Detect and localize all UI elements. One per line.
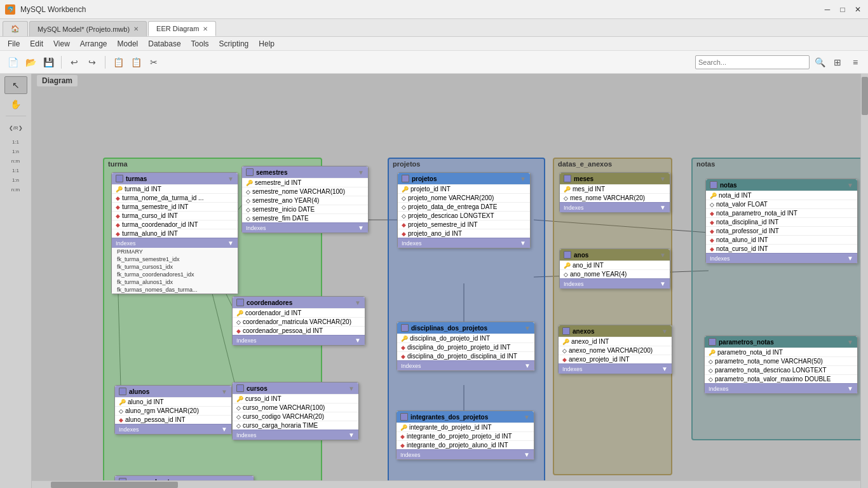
expand-icon[interactable]: ▼: [355, 299, 361, 306]
table-turmas-header[interactable]: turmas ▼: [112, 173, 238, 184]
tab-close-model[interactable]: ✕: [133, 25, 139, 32]
expand-icon[interactable]: ▼: [348, 385, 355, 392]
table-cursos[interactable]: cursos ▼ 🔑curso_id INT ◇curso_nome VARCH…: [232, 382, 359, 440]
menu-model[interactable]: Model: [112, 38, 144, 50]
indexes-expand[interactable]: ▼: [524, 362, 531, 369]
indexes-expand[interactable]: ▼: [355, 337, 361, 344]
indexes-expand[interactable]: ▼: [524, 451, 530, 458]
save-button[interactable]: 💾: [41, 55, 56, 70]
table-cursos-header[interactable]: cursos ▼: [233, 383, 358, 394]
indexes-notas[interactable]: Indexes ▼: [706, 253, 857, 263]
expand-icon[interactable]: ▼: [661, 328, 668, 335]
expand-icon[interactable]: ▼: [358, 169, 364, 176]
tab-eer[interactable]: EER Diagram ✕: [148, 21, 216, 36]
indexes-semestres[interactable]: Indexes ▼: [242, 222, 368, 233]
table-anos[interactable]: anos ▼ 🔑ano_id INT ◇ano_nome YEAR(4) Ind…: [559, 248, 670, 289]
table-projetos-header[interactable]: projetos ▼: [398, 173, 530, 184]
menu-tools[interactable]: Tools: [186, 38, 214, 50]
menu-edit[interactable]: Edit: [25, 38, 48, 50]
select-tool[interactable]: ↖: [4, 76, 27, 94]
table-semestres[interactable]: semestres ▼ 🔑semestre_id INT ◇semestre_n…: [241, 166, 369, 233]
indexes-projetos[interactable]: Indexes ▼: [398, 238, 530, 248]
paste-button[interactable]: 📋: [128, 55, 144, 70]
expand-icon[interactable]: ▼: [660, 175, 666, 182]
table-alunos[interactable]: alunos ▼ 🔑aluno_id INT ◇aluno_rgm VARCHA…: [114, 385, 232, 435]
indexes-expand[interactable]: ▼: [847, 385, 853, 392]
table-coordenadores-header[interactable]: coordenadores ▼: [233, 297, 365, 308]
window-controls[interactable]: ─ □ ✕: [822, 4, 863, 15]
table-semestres-header[interactable]: semestres ▼: [242, 166, 368, 178]
hand-tool[interactable]: ✋: [4, 95, 27, 113]
close-button[interactable]: ✕: [853, 4, 863, 15]
maximize-button[interactable]: □: [837, 4, 848, 15]
expand-icon[interactable]: ▼: [847, 339, 853, 346]
table-meses[interactable]: meses ▼ 🔑mes_id INT ◇mes_nome VARCHAR(20…: [559, 172, 670, 213]
hscroll-thumb[interactable]: [51, 482, 178, 488]
search-input[interactable]: [695, 55, 810, 69]
table-anos-header[interactable]: anos ▼: [560, 249, 670, 261]
table-meses-header[interactable]: meses ▼: [560, 173, 670, 184]
home-tab[interactable]: 🏠: [3, 21, 28, 36]
menu-view[interactable]: View: [48, 38, 75, 50]
table-parametros-header[interactable]: parametros_notas ▼: [705, 336, 857, 348]
table-coordenadores[interactable]: coordenadores ▼ 🔑coordenador_id INT ◇coo…: [232, 296, 365, 346]
indexes-anexos[interactable]: Indexes ▼: [559, 363, 672, 374]
table-projetos[interactable]: projetos ▼ 🔑projeto_id INT ◇projeto_nome…: [397, 172, 531, 248]
expand-icon[interactable]: ▼: [520, 175, 526, 182]
table-anexos-header[interactable]: anexos ▼: [559, 325, 672, 337]
vertical-scrollbar[interactable]: [860, 74, 868, 488]
indexes-expand[interactable]: ▼: [221, 426, 227, 433]
indexes-expand[interactable]: ▼: [520, 240, 526, 247]
indexes-expand[interactable]: ▼: [348, 431, 355, 438]
indexes-disciplinas[interactable]: Indexes ▼: [397, 360, 534, 370]
horizontal-scrollbar[interactable]: [32, 480, 860, 488]
indexes-expand[interactable]: ▼: [358, 224, 364, 231]
expand-icon[interactable]: ▼: [524, 325, 531, 332]
expand-icon[interactable]: ▼: [227, 175, 234, 182]
indexes-parametros[interactable]: Indexes ▼: [705, 383, 857, 393]
undo-button[interactable]: ↩: [67, 55, 82, 70]
indexes-integrantes[interactable]: Indexes ▼: [397, 449, 534, 459]
expand-icon[interactable]: ▼: [660, 252, 666, 259]
new-button[interactable]: 📄: [5, 55, 20, 70]
indexes-expand[interactable]: ▼: [661, 365, 668, 372]
diagram-canvas[interactable]: Diagram turma projetos: [32, 74, 868, 488]
list-view-button[interactable]: ≡: [848, 55, 863, 70]
table-notas[interactable]: notas ▼ 🔑nota_id INT ◇nota_valor FLOAT ◆…: [705, 179, 858, 264]
search-button[interactable]: 🔍: [812, 55, 827, 70]
expand-icon[interactable]: ▼: [847, 182, 853, 189]
menu-help[interactable]: Help: [254, 38, 280, 50]
tab-model[interactable]: MySQL Model* (Projeto.mwb) ✕: [29, 21, 147, 36]
menu-database[interactable]: Database: [143, 38, 186, 50]
table-parametros[interactable]: parametros_notas ▼ 🔑parametro_nota_id IN…: [704, 336, 858, 394]
table-alunos-header[interactable]: alunos ▼: [115, 386, 231, 397]
expand-icon[interactable]: ▼: [524, 414, 530, 421]
grid-view-button[interactable]: ⊞: [830, 55, 845, 70]
cut-button[interactable]: ✂: [146, 55, 161, 70]
table-anexos[interactable]: anexos ▼ 🔑anexo_id INT ◇anexo_nome VARCH…: [558, 325, 672, 374]
indexes-turmas[interactable]: Indexes ▼: [112, 238, 238, 248]
vscroll-thumb[interactable]: [862, 77, 868, 115]
indexes-expand[interactable]: ▼: [660, 280, 666, 287]
indexes-cursos[interactable]: Indexes ▼: [233, 430, 358, 440]
expand-icon[interactable]: ▼: [221, 388, 227, 395]
indexes-expand[interactable]: ▼: [847, 255, 853, 262]
indexes-anos[interactable]: Indexes ▼: [560, 278, 670, 288]
table-disciplinas[interactable]: disciplinas_dos_projetos ▼ 🔑disciplina_d…: [397, 322, 535, 371]
table-notas-header[interactable]: notas ▼: [706, 179, 857, 191]
indexes-meses[interactable]: Indexes ▼: [560, 202, 670, 212]
indexes-coordenadores[interactable]: Indexes ▼: [233, 335, 365, 345]
copy-button[interactable]: 📋: [111, 55, 126, 70]
indexes-expand[interactable]: ▼: [227, 240, 234, 247]
open-button[interactable]: 📂: [23, 55, 38, 70]
indexes-expand[interactable]: ▼: [660, 204, 666, 211]
table-integrantes-header[interactable]: integrantes_dos_projetos ▼: [397, 411, 534, 423]
table-integrantes[interactable]: integrantes_dos_projetos ▼ 🔑integrante_d…: [396, 410, 534, 460]
menu-arrange[interactable]: Arrange: [75, 38, 112, 50]
indexes-alunos[interactable]: Indexes ▼: [115, 424, 231, 434]
redo-button[interactable]: ↪: [85, 55, 100, 70]
menu-file[interactable]: File: [3, 38, 25, 50]
table-turmas[interactable]: turmas ▼ 🔑turma_id INT ◆turma_nome_da_tu…: [111, 172, 238, 294]
table-disciplinas-header[interactable]: disciplinas_dos_projetos ▼: [397, 322, 534, 334]
minimize-button[interactable]: ─: [822, 4, 832, 15]
